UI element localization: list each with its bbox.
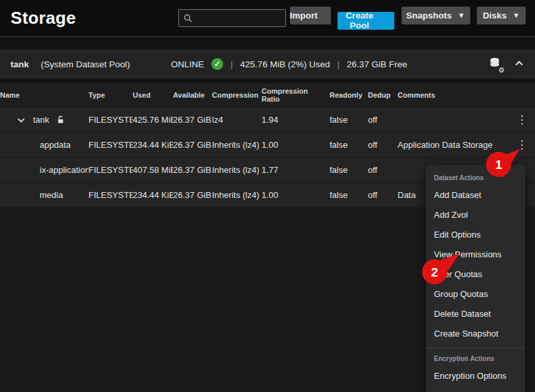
chevron-down-icon: ▼ [458, 12, 465, 19]
top-toolbar: Storage Import ▼ Create Pool ▼ Sna [0, 0, 535, 37]
dataset-type: FILESYSTEM [89, 165, 133, 175]
dataset-type: FILESYSTEM [89, 140, 133, 150]
toolbar-button-label: Disks [483, 11, 507, 20]
row-actions-kebab-icon[interactable]: ⋮ [509, 139, 535, 150]
dataset-used: 234.44 KiB [133, 140, 173, 150]
menu-entry[interactable]: Group Quotas [426, 284, 525, 304]
menu-entry[interactable]: Add Dataset [426, 185, 525, 205]
dataset-used: 425.76 MiB [133, 115, 173, 125]
toolbar-button[interactable]: Disks ▼ [477, 7, 526, 24]
divider: | [231, 59, 233, 69]
column-header[interactable]: Comments [398, 91, 509, 99]
column-header[interactable]: Used [133, 91, 173, 99]
status-check-icon: ✓ [211, 58, 223, 70]
storage-page: Storage Import ▼ Create Pool ▼ Sna [0, 0, 535, 392]
dataset-comments: Application Data Storage [398, 140, 509, 150]
unlock-icon [56, 115, 66, 125]
toolbar-button[interactable]: Import ▼ [290, 7, 331, 24]
menu-entry: Encryption Actions [426, 348, 525, 366]
column-header[interactable]: Name [0, 91, 89, 99]
dataset-readonly: false [330, 115, 368, 125]
dataset-dedup: off [368, 115, 398, 125]
toolbar-button[interactable]: Snapshots ▼ [402, 7, 470, 24]
expand-chevron-icon[interactable] [15, 114, 28, 127]
divider: | [337, 59, 339, 69]
dataset-available: 26.37 GiB [173, 165, 212, 175]
menu-entry: Dataset Actions [426, 168, 525, 185]
menu-entry[interactable]: User Quotas [426, 265, 525, 284]
menu-entry[interactable]: Encryption Options [426, 366, 525, 386]
page-title: Storage [11, 8, 76, 28]
column-header[interactable]: Available [173, 91, 212, 99]
dataset-name: appdata [40, 140, 71, 150]
dataset-readonly: false [330, 140, 368, 150]
toolbar-button-label: Import [290, 11, 318, 20]
dataset-ratio: 1.94 [262, 115, 330, 125]
search-input[interactable] [178, 9, 286, 27]
dataset-type: FILESYSTEM [89, 115, 133, 125]
toolbar-button-label: Create Pool [338, 11, 381, 30]
gear-icon: ⚙ [498, 67, 505, 74]
dataset-ratio: 1.77 [262, 165, 330, 175]
search-icon [184, 14, 192, 22]
spacer [0, 37, 535, 49]
spacer [0, 79, 535, 83]
menu-entry[interactable]: Edit Options [426, 225, 525, 245]
collapse-pool-icon[interactable] [514, 58, 524, 71]
dataset-available: 26.37 GiB [173, 115, 212, 125]
dataset-name: tank [33, 115, 50, 125]
pool-name: tank [11, 59, 29, 69]
dataset-compression: Inherits (lz4) [212, 140, 262, 150]
pool-summary-bar[interactable]: tank (System Dataset Pool) ONLINE ✓ | 42… [0, 49, 535, 79]
dataset-readonly: false [330, 165, 368, 175]
dataset-available: 26.37 GiB [173, 190, 212, 200]
pool-free: 26.37 GiB Free [347, 59, 408, 69]
dataset-table-header: Name Type Used Available Compression Com… [0, 83, 535, 107]
row-actions-kebab-icon[interactable]: ⋮ [509, 114, 535, 125]
dataset-available: 26.37 GiB [173, 140, 212, 150]
dataset-used: 407.58 MiB [133, 165, 173, 175]
dataset-compression: Inherits (lz4) [212, 190, 262, 200]
dataset-type: FILESYSTEM [89, 190, 133, 200]
dataset-dedup: off [368, 190, 398, 200]
dataset-compression: lz4 [212, 115, 262, 125]
column-header[interactable]: Readonly [330, 91, 368, 99]
chevron-down-icon: ▼ [513, 12, 520, 19]
menu-entry[interactable]: View Permissions [426, 245, 525, 265]
dataset-name: media [40, 190, 63, 200]
dataset-compression: Inherits (lz4) [212, 165, 262, 175]
pool-settings-icon[interactable]: ⚙ [487, 56, 503, 72]
pool-status-text: ONLINE [171, 59, 204, 69]
table-row[interactable]: tank FILESYSTEM 425.76 MiB 26.37 GiB lz4… [0, 107, 535, 132]
dataset-name: ix-applications [40, 165, 89, 175]
menu-entry[interactable]: Create Snapshot [426, 324, 525, 344]
pool-used: 425.76 MiB (2%) Used [240, 59, 330, 69]
pool-status-group: ONLINE ✓ | 425.76 MiB (2%) Used | 26.37 … [171, 58, 408, 70]
column-header[interactable]: Dedup [368, 91, 398, 99]
toolbar-button-label: Snapshots [406, 11, 452, 20]
dataset-ratio: 1.00 [262, 140, 330, 150]
column-header[interactable]: Compression [212, 91, 262, 99]
column-header[interactable]: Compression Ratio [262, 87, 330, 103]
dataset-dedup: off [368, 140, 398, 150]
dataset-readonly: false [330, 190, 368, 200]
dataset-actions-menu: Dataset Actions Add Dataset Add Zvol Edi… [426, 165, 525, 392]
search-field[interactable] [196, 13, 281, 23]
toolbar-button[interactable]: Create Pool ▼ [338, 12, 394, 30]
menu-entry[interactable]: Add Zvol [426, 205, 525, 225]
dataset-dedup: off [368, 165, 398, 175]
menu-entry[interactable]: Delete Dataset [426, 304, 525, 324]
dataset-used: 234.44 KiB [133, 190, 173, 200]
column-header[interactable]: Type [89, 91, 133, 99]
table-row[interactable]: appdata FILESYSTEM 234.44 KiB 26.37 GiB … [0, 132, 535, 157]
pool-subtitle: (System Dataset Pool) [41, 59, 130, 69]
dataset-ratio: 1.00 [262, 190, 330, 200]
